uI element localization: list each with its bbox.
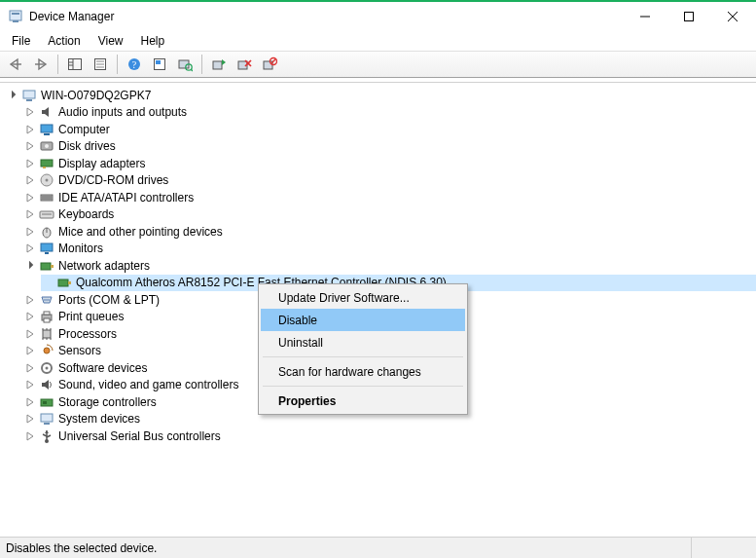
svg-rect-51 [51,265,54,268]
expand-icon[interactable] [23,412,37,426]
ctx-scan[interactable]: Scan for hardware changes [261,360,465,383]
expand-icon[interactable] [23,207,37,221]
audio-icon [39,104,54,120]
svg-rect-50 [41,263,51,270]
expand-icon[interactable] [23,157,37,170]
ctx-update-driver[interactable]: Update Driver Software... [261,286,465,309]
back-button[interactable] [4,53,27,76]
maximize-button[interactable] [666,2,710,31]
monitor-icon [39,241,54,256]
scan-toolbar-button[interactable] [173,53,197,76]
svg-rect-49 [45,252,49,254]
svg-rect-4 [684,13,693,21]
svg-rect-72 [41,414,53,422]
svg-rect-48 [41,243,53,251]
expand-icon[interactable] [23,395,37,409]
mouse-icon [39,224,54,240]
expand-icon[interactable] [23,344,37,357]
expand-icon[interactable] [23,139,37,153]
tree-node-keyboards[interactable]: Keyboards [23,206,756,224]
usb-icon [39,428,54,444]
svg-rect-58 [44,312,50,315]
update-driver-toolbar-button[interactable] [207,53,231,76]
svg-rect-41 [41,195,53,201]
tree-root[interactable]: WIN-O079DQ2GPK7 [6,87,756,104]
context-menu: Update Driver Software... Disable Uninst… [258,283,468,415]
help-toolbar-button[interactable]: ? [123,53,146,76]
toolbar: ? [0,51,756,78]
ctx-disable[interactable]: Disable [261,309,465,331]
menu-help[interactable]: Help [133,32,173,50]
expand-icon[interactable] [23,293,37,307]
expand-icon[interactable] [23,327,37,341]
window-title: Device Manager [29,10,623,23]
menu-file[interactable]: File [4,32,38,50]
sensor-icon [39,343,54,358]
processor-icon [39,326,54,342]
expand-icon[interactable] [23,105,37,119]
expand-icon[interactable] [23,378,37,391]
window-controls [623,2,754,31]
tree-node-network[interactable]: Network adapters [23,257,756,275]
tree-node-mice[interactable]: Mice and other pointing devices [23,223,756,241]
title-bar: Device Manager [0,2,756,31]
svg-rect-33 [41,125,53,132]
expand-icon[interactable] [23,361,37,375]
storage-icon [39,394,54,410]
status-text: Disables the selected device. [6,541,157,555]
computer-icon [21,88,37,103]
toolbar-separator [117,55,118,74]
system-icon [39,411,54,427]
toolbar-separator [57,55,58,74]
uninstall-toolbar-button[interactable] [233,53,256,76]
minimize-button[interactable] [623,2,666,31]
close-button[interactable] [710,2,754,31]
svg-point-54 [44,299,46,301]
ports-icon [39,292,54,308]
svg-point-55 [46,299,48,301]
svg-rect-53 [68,281,71,284]
expand-icon[interactable] [23,310,37,323]
svg-rect-34 [44,133,50,135]
svg-point-69 [46,366,49,369]
svg-rect-38 [43,167,46,168]
menu-action[interactable]: Action [40,32,88,50]
tree-node-usb[interactable]: Universal Serial Bus controllers [23,428,756,445]
menu-view[interactable]: View [90,32,131,50]
tree-node-monitors[interactable]: Monitors [23,241,756,258]
printer-icon [39,309,54,324]
ctx-uninstall[interactable]: Uninstall [261,331,465,353]
expand-icon[interactable] [23,429,37,443]
svg-point-67 [44,348,50,353]
collapse-icon[interactable] [6,89,19,102]
svg-rect-2 [13,20,18,22]
expand-icon[interactable] [23,242,37,255]
svg-point-75 [45,439,49,443]
tree-node-computer[interactable]: Computer [23,121,756,138]
properties-toolbar-button[interactable] [89,53,112,76]
tree-node-disk[interactable]: Disk drives [23,138,756,156]
ctx-properties[interactable]: Properties [261,390,465,412]
forward-button[interactable] [29,53,53,76]
display-adapter-icon [39,156,54,171]
svg-rect-71 [43,401,47,404]
show-hide-tree-button[interactable] [63,53,87,76]
tree-node-display[interactable]: Display adapters [23,155,756,172]
disable-toolbar-button[interactable] [258,53,281,76]
ctx-separator [263,386,463,387]
expand-icon[interactable] [23,191,37,205]
svg-rect-59 [44,318,50,322]
tree-node-dvd[interactable]: DVD/CD-ROM drives [23,172,756,190]
expand-icon[interactable] [23,225,37,239]
tree-node-audio[interactable]: Audio inputs and outputs [23,104,756,122]
svg-text:?: ? [132,59,137,70]
expand-icon[interactable] [23,123,37,136]
svg-rect-0 [10,11,21,20]
expand-icon[interactable] [23,173,37,187]
collapse-icon[interactable] [23,259,37,273]
svg-point-56 [48,299,50,301]
action-toolbar-button[interactable] [148,53,171,76]
svg-rect-32 [26,99,32,101]
tree-node-ide[interactable]: IDE ATA/ATAPI controllers [23,189,756,206]
status-bar: Disables the selected device. [0,537,756,558]
